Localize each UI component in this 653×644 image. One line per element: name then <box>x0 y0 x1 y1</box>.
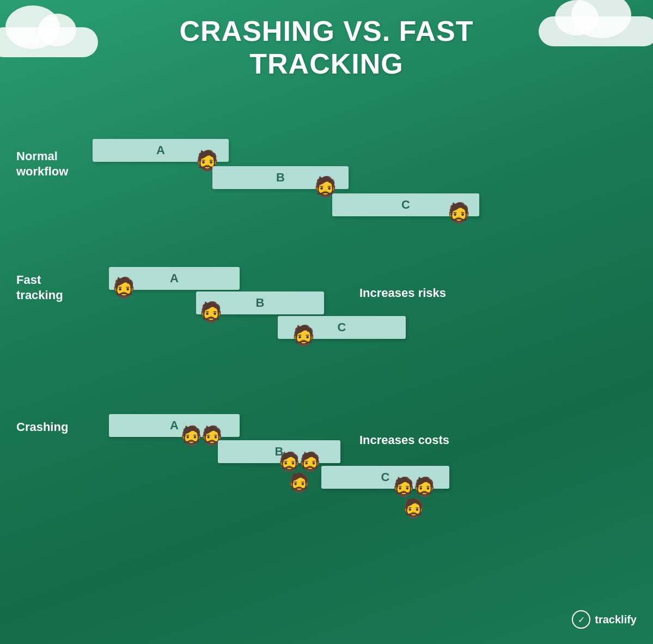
logo-icon: ✓ <box>572 610 590 629</box>
tracklify-logo: ✓ tracklify <box>572 610 637 629</box>
crashing-person-c3: 🧔 <box>402 499 425 517</box>
fast-person-a: 🧔 <box>112 278 136 297</box>
crashing-person-b2: 🧔 <box>298 452 321 471</box>
crashing-note: Increases costs <box>359 433 449 447</box>
fast-tracking-label: Fasttracking <box>16 272 74 302</box>
crashing-person-b3: 🧔 <box>288 473 310 491</box>
crashing-label: Crashing <box>16 420 82 435</box>
crashing-person-c1: 🧔 <box>392 477 415 496</box>
logo-text: tracklify <box>595 613 637 626</box>
crashing-person-c2: 🧔 <box>413 477 436 496</box>
normal-workflow-label: Normalworkflow <box>16 149 74 179</box>
fast-tracking-note: Increases risks <box>359 286 446 300</box>
fast-person-c: 🧔 <box>291 326 316 345</box>
cloud-right <box>539 16 653 46</box>
cloud-left <box>0 27 98 57</box>
fast-person-b: 🧔 <box>199 302 223 322</box>
normal-person-c: 🧔 <box>447 203 471 223</box>
crashing-person-a1: 🧔 <box>180 426 203 445</box>
crashing-person-b1: 🧔 <box>278 452 301 471</box>
